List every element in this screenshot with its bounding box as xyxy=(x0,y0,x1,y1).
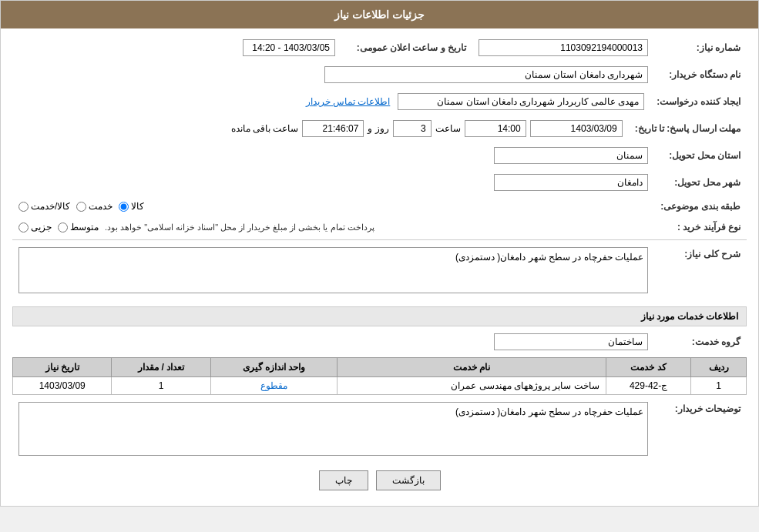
service-group-row: گروه خدمت: ساختمان xyxy=(12,330,747,353)
info-row-8: نوع فرآیند خرید : جزیی متوسط پرداخت تمام… xyxy=(12,219,747,236)
row-unit: مقطوع xyxy=(210,377,337,395)
services-table: ردیف کد خدمت نام خدمت واحد اندازه گیری ت… xyxy=(12,357,747,395)
back-button[interactable]: بازگشت xyxy=(376,470,441,490)
main-content: شماره نیاز: 1103092194000013 تاریخ و ساع… xyxy=(1,28,758,506)
col-date: تاریخ نیاز xyxy=(13,358,112,377)
info-row-7: طبقه بندی موضوعی: کالا/خدمت خدمت کالا xyxy=(12,198,747,215)
purchase-jozi-label: جزیی xyxy=(31,222,52,233)
row-date: 1403/03/09 xyxy=(13,377,112,395)
col-name: نام خدمت xyxy=(338,358,606,377)
response-deadline-value-cell: ساعت باقی مانده 21:46:07 روز و 3 ساعت 14… xyxy=(12,117,629,140)
info-row-2: نام دستگاه خریدار: شهرداری دامغان استان … xyxy=(12,63,747,86)
need-description-area: عملیات حفرچاه در سطح شهر دامغان( دستمزدی… xyxy=(18,247,648,293)
category-kala-khidmat-label: کالا/خدمت xyxy=(31,201,70,212)
buyer-desc-label: توضیحات خریدار: xyxy=(654,399,747,463)
creator-label: ایجاد کننده درخواست: xyxy=(650,90,747,113)
row-number: 1 xyxy=(691,377,747,395)
purchase-moutaset-label: متوسط xyxy=(70,222,99,233)
need-number-value-cell: 1103092194000013 xyxy=(472,36,654,59)
row-name: ساخت سایر پروژههای مهندسی عمران xyxy=(338,377,606,395)
info-row-5: استان محل تحویل: سمنان xyxy=(12,144,747,167)
city-value: دامغان xyxy=(494,174,648,191)
buyer-org-value-cell: شهرداری دامغان استان سمنان xyxy=(12,63,654,86)
row-count: 1 xyxy=(112,377,210,395)
need-description-section: شرح کلی نیاز: عملیات حفرچاه در سطح شهر د… xyxy=(12,244,747,300)
creator-contact-link[interactable]: اطلاعات تماس خریدار xyxy=(306,96,391,107)
city-label: شهر محل تحویل: xyxy=(654,171,747,194)
need-description-value-cell: عملیات حفرچاه در سطح شهر دامغان( دستمزدی… xyxy=(12,244,654,300)
page-title: جزئیات اطلاعات نیاز xyxy=(334,8,425,21)
service-group-value-cell: ساختمان xyxy=(12,330,654,353)
purchase-moutaset: متوسط xyxy=(58,222,99,233)
print-button[interactable]: چاپ xyxy=(319,470,368,490)
buyer-org-value: شهرداری دامغان استان سمنان xyxy=(324,66,648,83)
col-count: تعداد / مقدار xyxy=(112,358,210,377)
table-row: 1 ج-42-429 ساخت سایر پروژههای مهندسی عمر… xyxy=(13,377,747,395)
creator-value-cell: مهدی عالمی کاربردار شهرداری دامغان استان… xyxy=(12,90,650,113)
time-remaining-value: 21:46:07 xyxy=(302,120,364,137)
need-number-label: شماره نیاز: xyxy=(654,36,747,59)
service-group-value: ساختمان xyxy=(494,333,648,350)
service-group-label: گروه خدمت: xyxy=(654,330,747,353)
response-date: 1403/03/09 xyxy=(530,120,623,137)
announce-date-label: تاریخ و ساعت اعلان عمومی: xyxy=(341,36,472,59)
category-kala-khidmat: کالا/خدمت xyxy=(18,201,70,212)
button-row: بازگشت چاپ xyxy=(12,470,747,490)
page-wrapper: جزئیات اطلاعات نیاز شماره نیاز: 11030921… xyxy=(0,0,759,507)
response-time: 14:00 xyxy=(465,120,526,137)
category-value-cell: کالا/خدمت خدمت کالا xyxy=(12,198,654,215)
category-khidmat-radio[interactable] xyxy=(76,202,86,212)
need-description-value: عملیات حفرچاه در سطح شهر دامغان( دستمزدی… xyxy=(455,252,643,263)
col-code: کد خدمت xyxy=(606,358,691,377)
days-value: 3 xyxy=(393,120,432,137)
page-header: جزئیات اطلاعات نیاز xyxy=(1,1,758,28)
purchase-moutaset-radio[interactable] xyxy=(58,223,68,233)
time-remaining-label: ساعت باقی مانده xyxy=(231,123,299,134)
category-label: طبقه بندی موضوعی: xyxy=(654,198,747,215)
need-description-label: شرح کلی نیاز: xyxy=(654,244,747,300)
purchase-type-value-cell: جزیی متوسط پرداخت تمام یا بخشی از مبلغ خ… xyxy=(12,219,654,236)
announce-date-value-cell: 1403/03/05 - 14:20 xyxy=(12,36,341,59)
services-title-text: اطلاعات خدمات مورد نیاز xyxy=(641,311,738,322)
info-row-4: مهلت ارسال پاسخ: تا تاریخ: ساعت باقی مان… xyxy=(12,117,747,140)
need-number-value: 1103092194000013 xyxy=(479,39,648,56)
col-row: ردیف xyxy=(691,358,747,377)
purchase-note: پرداخت تمام یا بخشی از مبلغ خریدار از مح… xyxy=(105,223,374,233)
info-row-6: شهر محل تحویل: دامغان xyxy=(12,171,747,194)
category-kala-khidmat-radio[interactable] xyxy=(18,202,29,212)
buyer-desc-section: توضیحات خریدار: عملیات حفرچاه در سطح شهر… xyxy=(12,399,747,463)
category-kala-label: کالا xyxy=(131,201,144,212)
buyer-desc-area: عملیات حفرچاه در سطح شهر دامغان( دستمزدی… xyxy=(18,402,648,456)
info-row-3: ایجاد کننده درخواست: مهدی عالمی کاربردار… xyxy=(12,90,747,113)
buyer-desc-value-cell: عملیات حفرچاه در سطح شهر دامغان( دستمزدی… xyxy=(12,399,654,463)
days-label: روز و xyxy=(368,123,388,134)
creator-value: مهدی عالمی کاربردار شهرداری دامغان استان… xyxy=(398,93,644,110)
response-deadline-label: مهلت ارسال پاسخ: تا تاریخ: xyxy=(629,117,747,140)
city-value-cell: دامغان xyxy=(12,171,654,194)
announce-date-value: 1403/03/05 - 14:20 xyxy=(243,39,335,56)
category-khidmat-label: خدمت xyxy=(89,201,113,212)
info-row-1: شماره نیاز: 1103092194000013 تاریخ و ساع… xyxy=(12,36,747,59)
services-section-title: اطلاعات خدمات مورد نیاز xyxy=(12,306,747,326)
category-kala-radio[interactable] xyxy=(119,202,129,212)
row-code: ج-42-429 xyxy=(606,377,691,395)
province-label: استان محل تحویل: xyxy=(654,144,747,167)
purchase-type-label: نوع فرآیند خرید : xyxy=(654,219,747,236)
province-value-cell: سمنان xyxy=(12,144,654,167)
category-khidmat: خدمت xyxy=(76,201,113,212)
buyer-org-label: نام دستگاه خریدار: xyxy=(654,63,747,86)
buyer-desc-value: عملیات حفرچاه در سطح شهر دامغان( دستمزدی… xyxy=(455,407,643,417)
province-value: سمنان xyxy=(494,147,648,164)
col-unit: واحد اندازه گیری xyxy=(210,358,337,377)
purchase-jozi-radio[interactable] xyxy=(18,223,29,233)
purchase-jozi: جزیی xyxy=(18,222,52,233)
category-kala: کالا xyxy=(119,201,144,212)
response-time-label: ساعت xyxy=(435,123,461,134)
